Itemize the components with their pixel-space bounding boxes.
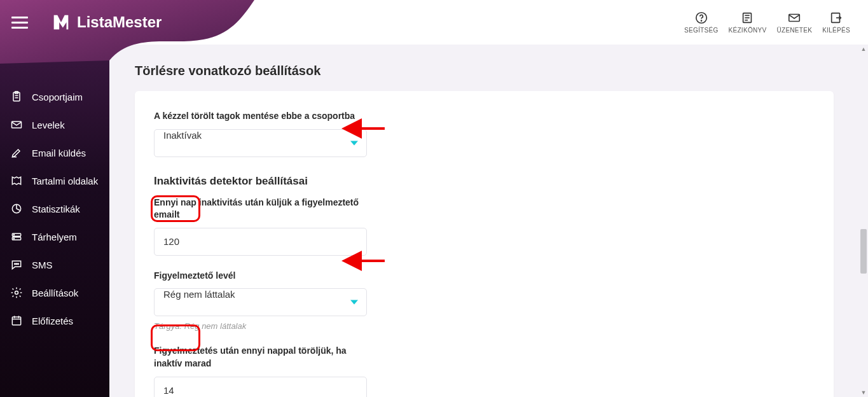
- sidebar-item-label: Tartalmi oldalak: [32, 176, 98, 186]
- topbar-label: SEGÍTSÉG: [684, 27, 719, 34]
- clipboard-icon: [10, 90, 23, 103]
- sidebar-item-stats[interactable]: Statisztikák: [0, 195, 109, 223]
- sidebar-item-letters[interactable]: Levelek: [0, 111, 109, 139]
- warn-letter-label: Figyelmeztető levél: [154, 270, 364, 282]
- sidebar-item-send[interactable]: Email küldés: [0, 139, 109, 167]
- warn-letter-select-wrap: Rég nem láttalak: [154, 288, 367, 316]
- sidebar-item-sms[interactable]: SMS: [0, 251, 109, 279]
- sidebar-item-label: Előfizetés: [32, 316, 73, 326]
- sidebar-item-label: SMS: [32, 260, 53, 270]
- sidebar-item-label: Beállítások: [32, 288, 78, 298]
- svg-rect-23: [12, 317, 20, 325]
- svg-point-19: [15, 263, 16, 265]
- delete-group-select[interactable]: Inaktívak: [154, 129, 367, 157]
- warn-days-input-wrap: [154, 228, 367, 256]
- delete-group-label: A kézzel törölt tagok mentése ebbe a cso…: [154, 110, 364, 123]
- sms-icon: [10, 258, 23, 271]
- sidebar-item-label: Tárhelyem: [32, 232, 77, 242]
- hamburger-button[interactable]: [11, 14, 28, 31]
- delete-days-input[interactable]: [154, 377, 367, 397]
- svg-point-1: [701, 20, 701, 21]
- sidebar-item-label: Email küldés: [32, 148, 86, 158]
- delete-group-select-wrap: Inaktívak: [154, 129, 367, 157]
- edit-icon: [10, 146, 23, 159]
- logout-icon: [829, 11, 843, 25]
- messages-button[interactable]: ÜZENETEK: [776, 11, 812, 34]
- storage-icon: [10, 230, 23, 243]
- sidebar-item-subscription[interactable]: Előfizetés: [0, 307, 109, 335]
- logo-area: ListaMester: [0, 0, 162, 45]
- sidebar-item-pages[interactable]: Tartalmi oldalak: [0, 167, 109, 195]
- pages-icon: [10, 174, 23, 187]
- help-icon: [694, 11, 708, 25]
- logout-button[interactable]: KILÉPÉS: [822, 11, 850, 34]
- book-icon: [740, 11, 754, 25]
- mail-icon: [787, 11, 801, 25]
- calendar-icon: [10, 314, 23, 327]
- main-content: Törlésre vonatkozó beállítások A kézzel …: [109, 45, 859, 397]
- help-button[interactable]: SEGÍTSÉG: [684, 11, 719, 34]
- sidebar-item-label: Levelek: [32, 120, 65, 130]
- warn-days-label: Ennyi nap inaktivitás után küljük a figy…: [154, 197, 364, 221]
- svg-point-22: [15, 291, 18, 295]
- delete-days-label: Figyelmeztetés után ennyi nappal töröljü…: [154, 345, 364, 370]
- sidebar-item-settings[interactable]: Beállítások: [0, 279, 109, 307]
- warn-days-input[interactable]: [154, 228, 367, 256]
- sidebar-item-groups[interactable]: Csoportjaim: [0, 83, 109, 111]
- brand-name: ListaMester: [77, 13, 162, 31]
- manual-button[interactable]: KÉZIKÖNYV: [729, 11, 767, 34]
- svg-point-18: [13, 238, 14, 239]
- warn-letter-select[interactable]: Rég nem láttalak: [154, 288, 367, 316]
- topbar-label: ÜZENETEK: [776, 27, 812, 34]
- settings-card: A kézzel törölt tagok mentése ebbe a cso…: [135, 91, 834, 397]
- delete-days-input-wrap: [154, 377, 367, 397]
- scrollbar[interactable]: ▲ ▼: [859, 45, 868, 397]
- topbar-label: KILÉPÉS: [822, 27, 850, 34]
- topbar-label: KÉZIKÖNYV: [729, 27, 767, 34]
- svg-point-20: [16, 263, 17, 265]
- scroll-up-button[interactable]: ▲: [859, 45, 868, 53]
- svg-point-21: [18, 263, 19, 265]
- sidebar: Csoportjaim Levelek Email küldés Tartalm…: [0, 45, 109, 397]
- sidebar-item-label: Csoportjaim: [32, 92, 83, 102]
- scroll-down-button[interactable]: ▼: [859, 388, 868, 397]
- section-heading: Inaktivitás detektor beállításai: [154, 175, 815, 188]
- chart-icon: [10, 202, 23, 215]
- sidebar-item-storage[interactable]: Tárhelyem: [0, 223, 109, 251]
- scroll-thumb[interactable]: [860, 229, 867, 274]
- svg-point-17: [13, 235, 14, 235]
- settings-icon: [10, 286, 23, 299]
- logo-icon: [50, 11, 72, 33]
- mail-icon: [10, 118, 23, 131]
- sidebar-item-label: Statisztikák: [32, 204, 80, 214]
- page-title: Törlésre vonatkozó beállítások: [135, 64, 834, 78]
- brand-logo[interactable]: ListaMester: [50, 11, 162, 33]
- warn-letter-helper: Tárgya: Rég nem láttalak: [154, 321, 815, 331]
